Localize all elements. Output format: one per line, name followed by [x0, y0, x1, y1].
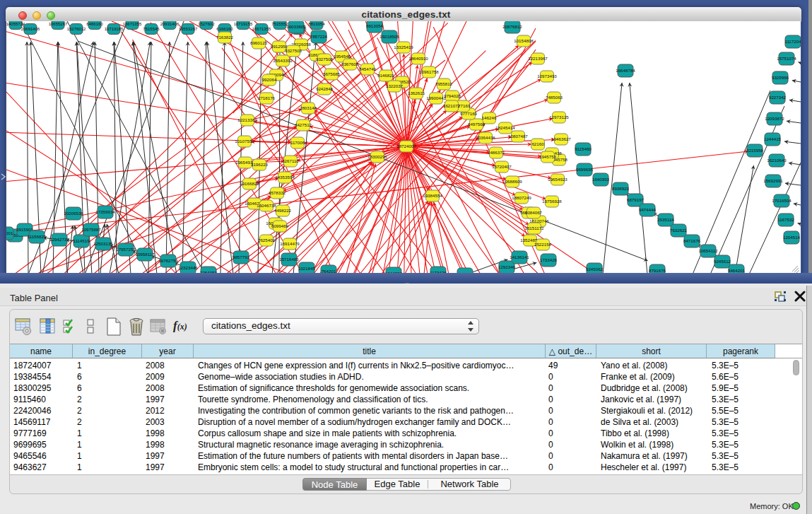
svg-text:10107553: 10107553	[235, 139, 254, 144]
svg-text:2935114: 2935114	[657, 217, 674, 222]
svg-text:1733426: 1733426	[540, 257, 558, 262]
svg-text:15720407: 15720407	[492, 164, 512, 169]
svg-text:7163822: 7163822	[216, 35, 234, 40]
svg-text:20364436: 20364436	[476, 135, 495, 140]
svg-text:1021845: 1021845	[298, 266, 316, 271]
svg-text:16033809: 16033809	[286, 24, 306, 29]
svg-text:9242848: 9242848	[316, 86, 334, 91]
svg-text:931001: 931001	[6, 230, 13, 235]
svg-text:12973125: 12973125	[549, 115, 569, 119]
svg-text:16210643: 16210643	[767, 158, 787, 163]
svg-text:2522154: 2522154	[534, 242, 552, 247]
svg-text:19166825: 19166825	[240, 181, 259, 186]
svg-text:3196223: 3196223	[251, 162, 269, 167]
svg-text:2718176: 2718176	[258, 95, 276, 100]
svg-text:1244415: 1244415	[764, 136, 782, 141]
svg-text:10961758: 10961758	[419, 69, 439, 74]
svg-text:9329966: 9329966	[772, 75, 789, 80]
svg-text:62160: 62160	[531, 141, 544, 146]
svg-text:7857224: 7857224	[310, 34, 328, 39]
svg-text:12323446: 12323446	[178, 265, 198, 270]
svg-text:6099469: 6099469	[271, 223, 289, 228]
svg-text:8578332: 8578332	[269, 190, 286, 195]
svg-text:8471676: 8471676	[683, 238, 701, 243]
svg-text:6879197: 6879197	[627, 197, 645, 202]
svg-text:5675685: 5675685	[323, 71, 341, 76]
svg-text:12093872: 12093872	[765, 116, 784, 121]
svg-text:15276012: 15276012	[67, 27, 86, 31]
svg-text:16571355: 16571355	[252, 27, 271, 31]
svg-text:14353594: 14353594	[275, 175, 295, 180]
svg-text:13325419: 13325419	[394, 45, 413, 49]
svg-text:9794028: 9794028	[444, 93, 461, 98]
svg-text:12503135: 12503135	[93, 241, 113, 246]
svg-text:8938923: 8938923	[612, 186, 630, 191]
svg-text:12213967: 12213967	[528, 56, 548, 61]
svg-text:18724007: 18724007	[396, 144, 416, 148]
svg-text:3267110: 3267110	[282, 158, 299, 163]
svg-text:20691406: 20691406	[21, 27, 40, 31]
svg-text:16151172: 16151172	[524, 226, 544, 230]
svg-text:146246: 146246	[482, 115, 497, 120]
svg-text:9327508: 9327508	[316, 57, 334, 62]
svg-text:12942737: 12942737	[49, 237, 69, 242]
svg-text:20206536: 20206536	[64, 211, 83, 216]
svg-text:8813054: 8813054	[308, 22, 325, 26]
svg-text:19463627: 19463627	[551, 136, 571, 141]
svg-text:16782759: 16782759	[158, 258, 178, 263]
svg-text:1322037: 1322037	[386, 83, 404, 88]
svg-text:7955812: 7955812	[435, 81, 453, 86]
svg-text:1167532: 1167532	[777, 217, 794, 222]
svg-text:11156829: 11156829	[28, 234, 47, 239]
svg-text:1640953: 1640953	[592, 177, 610, 182]
svg-text:15692991: 15692991	[763, 178, 783, 183]
svg-text:6497568: 6497568	[468, 122, 486, 127]
svg-text:7632621: 7632621	[670, 228, 688, 233]
svg-text:1114519: 1114519	[73, 238, 90, 243]
svg-text:9115460: 9115460	[575, 146, 592, 151]
svg-text:7515545: 7515545	[143, 27, 160, 31]
svg-text:2803144: 2803144	[300, 105, 317, 110]
svg-text:10719185: 10719185	[105, 27, 124, 31]
svg-text:8960123: 8960123	[250, 40, 268, 45]
svg-text:16543392: 16543392	[273, 58, 293, 63]
svg-text:9227342: 9227342	[769, 95, 787, 100]
svg-text:9327503: 9327503	[285, 48, 302, 53]
svg-text:18807249: 18807249	[512, 195, 531, 200]
svg-text:8791676: 8791676	[649, 268, 666, 273]
svg-text:2367608: 2367608	[341, 62, 359, 66]
svg-text:7625402: 7625402	[258, 238, 276, 243]
svg-text:18640910: 18640910	[408, 56, 428, 61]
svg-text:19384554: 19384554	[423, 193, 442, 198]
svg-text:2486372: 2486372	[488, 150, 505, 155]
svg-text:1292346: 1292346	[498, 264, 516, 269]
svg-text:8813054: 8813054	[366, 23, 384, 28]
svg-text:9474444: 9474444	[639, 207, 657, 212]
svg-text:7485063: 7485063	[546, 95, 563, 100]
svg-text:1954546: 1954546	[334, 54, 351, 59]
svg-text:8454749: 8454749	[359, 66, 377, 71]
svg-text:15716485: 15716485	[279, 257, 299, 262]
svg-text:16914479: 16914479	[280, 241, 300, 246]
svg-text:16046738: 16046738	[257, 203, 276, 208]
svg-text:9699695: 9699695	[576, 167, 594, 172]
svg-text:19756928: 19756928	[542, 199, 562, 204]
svg-text:1362615: 1362615	[408, 90, 425, 95]
svg-text:18300295: 18300295	[367, 154, 387, 159]
svg-text:117006: 117006	[290, 140, 305, 145]
svg-text:10719155: 10719155	[234, 22, 253, 26]
svg-text:1621072: 1621072	[443, 103, 461, 108]
svg-text:6166160: 6166160	[216, 27, 233, 31]
svg-text:3215958: 3215958	[746, 148, 764, 153]
svg-text:1527602: 1527602	[198, 22, 215, 26]
svg-text:10973493: 10973493	[537, 74, 557, 78]
svg-text:17016504: 17016504	[772, 198, 792, 203]
svg-text:8427512: 8427512	[295, 122, 312, 127]
svg-text:6466160: 6466160	[86, 22, 103, 26]
svg-text:9084067: 9084067	[525, 210, 543, 215]
svg-text:1204514: 1204514	[783, 235, 801, 240]
svg-text:14136141: 14136141	[510, 255, 529, 259]
svg-text:1117204: 1117204	[784, 39, 801, 44]
svg-text:4498222: 4498222	[274, 208, 292, 213]
svg-text:9146821: 9146821	[377, 73, 395, 78]
